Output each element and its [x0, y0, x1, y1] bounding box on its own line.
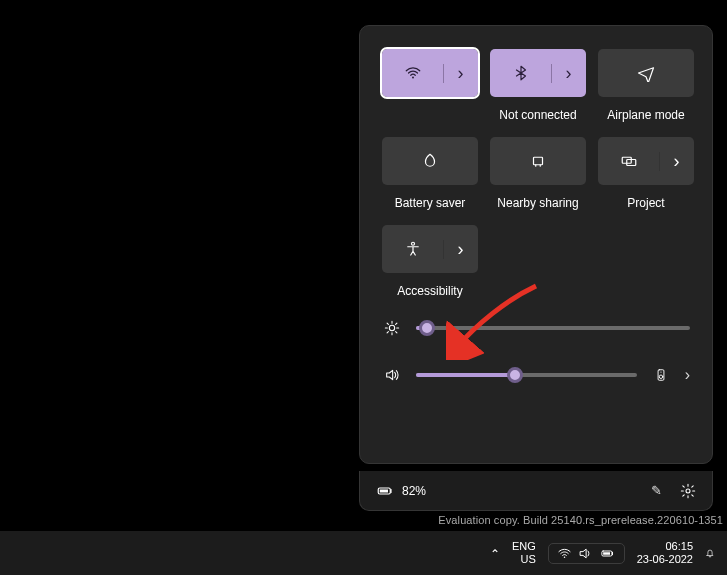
brightness-icon [382, 320, 402, 336]
airplane-mode-tile[interactable] [598, 49, 694, 97]
wifi-tile[interactable] [382, 49, 478, 97]
project-icon [620, 152, 638, 170]
volume-icon [578, 546, 593, 561]
battery-saver-tile[interactable] [382, 137, 478, 185]
svg-point-0 [412, 77, 414, 79]
svg-point-7 [659, 375, 663, 379]
volume-icon [382, 367, 402, 383]
edit-quick-settings-button[interactable] [651, 483, 662, 498]
nearby-sharing-icon [529, 152, 547, 170]
wifi-icon [404, 64, 422, 82]
lang-top: ENG [512, 540, 536, 553]
battery-saver-label: Battery saver [395, 196, 466, 212]
svg-rect-10 [380, 489, 388, 492]
bluetooth-expand-button[interactable] [551, 64, 585, 83]
bluetooth-label: Not connected [499, 108, 576, 124]
airplane-mode-label: Airplane mode [607, 108, 684, 124]
taskbar: ENG US 06:15 23-06-2022 [0, 531, 727, 575]
tray-overflow-button[interactable] [484, 531, 506, 575]
project-expand-button[interactable] [659, 152, 693, 171]
accessibility-icon [404, 240, 422, 258]
sliders-section [382, 320, 690, 384]
svg-rect-14 [603, 552, 610, 555]
brightness-slider[interactable] [416, 326, 690, 330]
system-tray[interactable] [542, 531, 631, 575]
chevron-right-icon [458, 240, 464, 259]
volume-slider[interactable] [416, 373, 637, 377]
quick-settings-footer: 82% [359, 471, 713, 511]
bluetooth-tile[interactable] [490, 49, 586, 97]
project-label: Project [627, 196, 664, 212]
lang-bottom: US [520, 553, 535, 566]
clock[interactable]: 06:15 23-06-2022 [631, 531, 699, 575]
battery-icon [599, 546, 616, 561]
svg-rect-1 [534, 157, 543, 165]
svg-point-12 [563, 556, 565, 558]
bluetooth-icon [512, 64, 530, 82]
accessibility-label: Accessibility [397, 284, 462, 300]
project-tile[interactable] [598, 137, 694, 185]
accessibility-tile[interactable] [382, 225, 478, 273]
chevron-up-icon [490, 544, 500, 562]
settings-button[interactable] [680, 483, 696, 499]
brightness-row [382, 320, 690, 336]
evaluation-watermark: Evaluation copy. Build 25140.rs_prerelea… [438, 514, 727, 526]
svg-point-4 [412, 242, 415, 245]
notifications-button[interactable] [699, 531, 721, 575]
battery-saver-icon [421, 152, 439, 170]
svg-point-8 [660, 372, 661, 373]
battery-status[interactable]: 82% [376, 482, 426, 500]
quick-settings-panel: Not connected Airplane mode Battery save… [359, 25, 713, 464]
audio-output-expand[interactable] [685, 366, 690, 384]
date-label: 23-06-2022 [637, 553, 693, 566]
nearby-sharing-tile[interactable] [490, 137, 586, 185]
time-label: 06:15 [665, 540, 693, 553]
svg-point-5 [389, 325, 394, 330]
chevron-right-icon [458, 64, 464, 83]
audio-output-button[interactable] [651, 368, 671, 382]
chevron-right-icon [674, 152, 680, 171]
accessibility-expand-button[interactable] [443, 240, 477, 259]
volume-row [382, 366, 690, 384]
nearby-sharing-label: Nearby sharing [497, 196, 578, 212]
language-indicator[interactable]: ENG US [506, 531, 542, 575]
wifi-expand-button[interactable] [443, 64, 477, 83]
svg-point-11 [686, 489, 690, 493]
wifi-icon [557, 546, 572, 561]
quick-settings-grid: Not connected Airplane mode Battery save… [382, 49, 690, 300]
airplane-icon [637, 64, 655, 82]
battery-pct-label: 82% [402, 484, 426, 498]
volume-thumb[interactable] [507, 367, 523, 383]
brightness-thumb[interactable] [419, 320, 435, 336]
chevron-right-icon [566, 64, 572, 83]
